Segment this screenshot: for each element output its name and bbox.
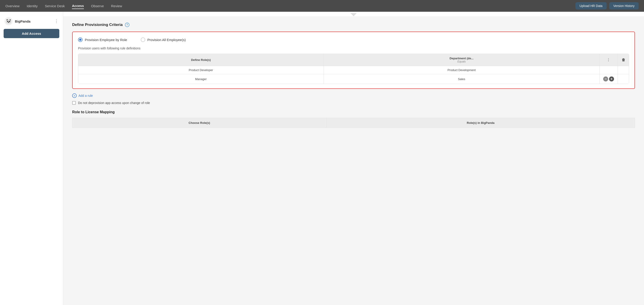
upload-hr-data-button[interactable]: Upload HR Data [576, 2, 606, 10]
role-cell-1: Product Developer [78, 66, 324, 74]
add-row-button[interactable]: + [609, 77, 614, 81]
col-department-header: Department (de... Equals [324, 54, 599, 66]
add-rule-row[interactable]: + Add a rule [72, 93, 635, 98]
delete-column-icon[interactable]: 🗑 [622, 58, 625, 62]
table-row: Product Developer Product Development [78, 66, 629, 74]
nav-identity[interactable]: Identity [27, 3, 38, 9]
checkbox-row: Do not deprovision app access upon chang… [72, 101, 635, 105]
sidebar-header: 🐼 BigPanda ⋮ [0, 15, 63, 29]
main-layout: 🐼 BigPanda ⋮ Add Access Define Provision… [0, 12, 644, 305]
radio-label-by-role: Provision Employee by Role [85, 38, 127, 42]
nav-access[interactable]: Access [72, 3, 84, 9]
col-define-roles-header: Define Role(s) [78, 54, 324, 66]
help-icon[interactable]: ? [125, 23, 130, 27]
col-actions-header: ⋮ [600, 54, 618, 66]
remove-row-button[interactable]: − [603, 77, 608, 81]
radio-label-all: Provision All Employee(s) [148, 38, 186, 42]
radio-provision-by-role[interactable]: Provision Employee by Role [78, 38, 127, 42]
nav-overview[interactable]: Overview [6, 3, 20, 9]
section-header: Define Provisioning Criteria ? [72, 23, 635, 27]
deprovision-label: Do not deprovision app access upon chang… [78, 101, 150, 105]
top-nav: Overview Identity Service Desk Access Ob… [0, 0, 644, 12]
delete-cell-2 [618, 74, 629, 84]
rule-table: Define Role(s) Department (de... Equals … [78, 54, 629, 84]
nav-observe[interactable]: Observe [91, 3, 104, 9]
deprovision-checkbox[interactable] [72, 101, 76, 105]
department-cell-1: Product Development [324, 66, 599, 74]
main-content: Define Provisioning Criteria ? Provision… [63, 12, 644, 305]
role-cell-2: Manager [78, 74, 324, 84]
license-table: Choose Role(s) Role(s) in BigPanda [72, 118, 635, 128]
nav-links: Overview Identity Service Desk Access Ob… [6, 3, 122, 9]
version-history-button[interactable]: Version History [609, 2, 638, 10]
row-actions: − + [603, 77, 614, 81]
sidebar-menu-button[interactable]: ⋮ [54, 19, 58, 24]
license-col1-header: Choose Role(s) [72, 118, 326, 128]
actions-cell-2: − + [600, 74, 618, 84]
department-cell-2: Sales [324, 74, 599, 84]
nav-actions: Upload HR Data Version History [576, 2, 638, 10]
brand-icon: 🐼 [4, 17, 13, 25]
sidebar: 🐼 BigPanda ⋮ Add Access [0, 12, 63, 305]
criteria-box: Provision Employee by Role Provision All… [72, 32, 635, 89]
radio-provision-all[interactable]: Provision All Employee(s) [141, 38, 186, 42]
section-title: Define Provisioning Criteria [72, 23, 123, 27]
provision-subtitle: Provision users with following rule defi… [78, 47, 629, 50]
content-body: Define Provisioning Criteria ? Provision… [63, 16, 644, 134]
add-rule-label: Add a rule [78, 94, 93, 98]
add-rule-icon: + [72, 93, 77, 98]
actions-cell-1 [600, 66, 618, 74]
table-row: Manager Sales − + [78, 74, 629, 84]
brand-name: BigPanda [15, 20, 30, 23]
license-col2-header: Role(s) in BigPanda [326, 118, 635, 128]
col-delete-header: 🗑 [618, 54, 629, 66]
radio-circle-unselected [141, 38, 145, 42]
column-options-icon[interactable]: ⋮ [606, 58, 611, 62]
radio-options: Provision Employee by Role Provision All… [78, 38, 629, 42]
role-license-title: Role to License Mapping [72, 110, 635, 114]
scroll-indicator [350, 13, 357, 16]
nav-review[interactable]: Review [111, 3, 122, 9]
sidebar-brand: 🐼 BigPanda [4, 17, 30, 25]
add-access-button[interactable]: Add Access [4, 29, 59, 38]
delete-cell-1 [618, 66, 629, 74]
radio-circle-selected [78, 38, 82, 42]
nav-service-desk[interactable]: Service Desk [45, 3, 65, 9]
top-divider [63, 12, 644, 16]
